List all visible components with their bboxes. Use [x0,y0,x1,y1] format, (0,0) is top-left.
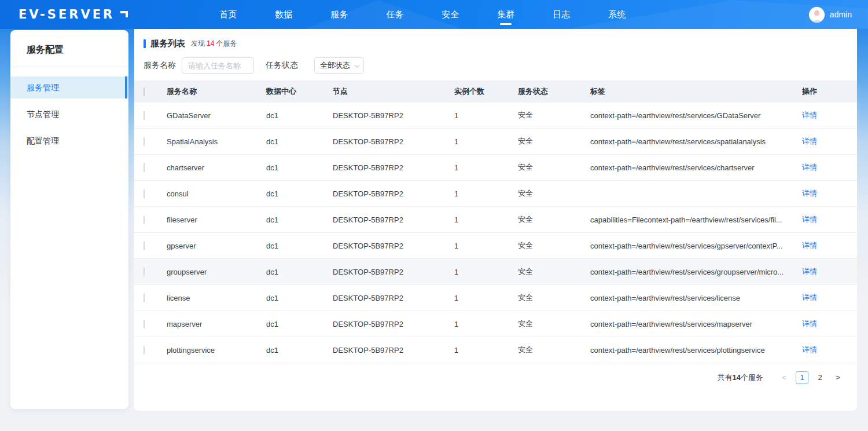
table-row: chartserver dc1 DESKTOP-5B97RP2 1 安全 con… [134,155,857,181]
detail-link[interactable]: 详情 [802,137,817,145]
detail-link[interactable]: 详情 [802,345,817,354]
detail-link[interactable]: 详情 [802,189,817,198]
cell-status: 安全 [518,266,590,277]
cell-status: 安全 [518,188,590,199]
detail-link[interactable]: 详情 [802,293,817,302]
service-name-input[interactable] [182,57,254,74]
username-label: admin [830,10,852,19]
table-row: fileserver dc1 DESKTOP-5B97RP2 1 安全 capa… [134,207,857,233]
table-row: license dc1 DESKTOP-5B97RP2 1 安全 context… [134,285,857,311]
pagination-page-1[interactable]: 1 [796,371,808,384]
detail-link[interactable]: 详情 [802,241,817,250]
pagination: 共有14个服务 < 1 2 > [134,363,857,384]
cell-instances: 1 [454,346,518,355]
nav-item-system[interactable]: 系统 [589,0,645,29]
cell-tag: context-path=/earthview/rest/services/gr… [590,268,802,276]
cell-service-name: license [167,294,266,302]
cell-service-name: plottingservice [167,346,266,355]
user-menu[interactable]: admin [809,0,852,29]
cell-status: 安全 [518,240,590,251]
detail-link[interactable]: 详情 [802,267,817,276]
row-checkbox[interactable] [144,163,145,172]
cell-datacenter: dc1 [266,163,333,172]
row-checkbox[interactable] [144,294,145,302]
cell-service-name: chartserver [167,163,266,172]
cell-datacenter: dc1 [266,242,333,250]
row-checkbox[interactable] [144,242,145,250]
cell-instances: 1 [454,242,518,250]
row-checkbox[interactable] [144,111,145,120]
table-header-row: 服务名称 数据中心 节点 实例个数 服务状态 标签 操作 [134,81,857,103]
cell-tag: context-path=/earthview/rest/services/GD… [590,111,802,120]
nav-item-home[interactable]: 首页 [200,0,256,29]
cell-instances: 1 [454,111,518,120]
row-checkbox[interactable] [144,320,145,328]
sidebar-item-config-mgmt[interactable]: 配置管理 [10,130,128,152]
nav-item-security[interactable]: 安全 [422,0,478,29]
cell-node: DESKTOP-5B97RP2 [333,242,454,250]
cell-node: DESKTOP-5B97RP2 [333,163,454,172]
service-table: 服务名称 数据中心 节点 实例个数 服务状态 标签 操作 GDataServer… [134,81,857,363]
chevron-down-icon [354,62,360,68]
cell-datacenter: dc1 [266,346,333,355]
status-select[interactable]: 全部状态 [314,57,364,74]
nav-item-log[interactable]: 日志 [534,0,589,29]
col-header-datacenter: 数据中心 [266,86,333,97]
user-avatar [809,7,825,23]
cell-node: DESKTOP-5B97RP2 [333,268,454,276]
table-row: GDataServer dc1 DESKTOP-5B97RP2 1 安全 con… [134,103,857,129]
row-checkbox[interactable] [144,137,145,146]
cell-node: DESKTOP-5B97RP2 [333,216,454,224]
cell-tag: context-path=/earthview/rest/services/sp… [590,137,802,146]
detail-link[interactable]: 详情 [802,111,817,119]
pagination-prev-button[interactable]: < [778,371,790,384]
cell-datacenter: dc1 [266,294,333,302]
detail-link[interactable]: 详情 [802,163,817,171]
active-nav-underline [500,23,512,25]
pagination-next-button[interactable]: > [832,371,844,384]
sidebar-item-node-mgmt[interactable]: 节点管理 [10,103,128,125]
sidebar-title: 服务配置 [10,30,128,67]
main-nav: 首页 数据 服务 任务 安全 集群 日志 系统 [200,0,645,29]
table-row: consul dc1 DESKTOP-5B97RP2 1 安全 详情 [134,181,857,207]
cell-tag: context-path=/earthview/rest/services/gp… [590,242,802,250]
row-checkbox[interactable] [144,216,145,224]
top-navbar: EV-SERVER 首页 数据 服务 任务 安全 集群 日志 系统 admin [0,0,868,29]
cell-tag: capabilities=Filecontext-path=/earthview… [590,216,802,224]
cell-instances: 1 [454,163,518,172]
cell-datacenter: dc1 [266,111,333,120]
cell-status: 安全 [518,345,590,355]
detail-link[interactable]: 详情 [802,215,817,224]
nav-item-service[interactable]: 服务 [311,0,367,29]
nav-item-task[interactable]: 任务 [367,0,422,29]
cell-status: 安全 [518,110,590,120]
cell-status: 安全 [518,293,590,303]
cell-node: DESKTOP-5B97RP2 [333,294,454,302]
table-row: mapserver dc1 DESKTOP-5B97RP2 1 安全 conte… [134,311,857,337]
col-header-tag: 标签 [590,86,802,97]
cell-status: 安全 [518,162,590,173]
panel-header: 服务列表 发现14个服务 [134,29,857,49]
select-all-checkbox[interactable] [144,87,145,96]
sidebar-menu: 服务管理 节点管理 配置管理 [10,67,128,152]
service-count-value: 14 [207,39,214,48]
nav-item-data[interactable]: 数据 [256,0,311,29]
cell-datacenter: dc1 [266,268,333,276]
sidebar-item-service-mgmt[interactable]: 服务管理 [10,76,128,98]
detail-link[interactable]: 详情 [802,319,817,328]
cell-service-name: groupserver [167,268,266,276]
table-row: plottingservice dc1 DESKTOP-5B97RP2 1 安全… [134,337,857,363]
cell-status: 安全 [518,136,590,147]
row-checkbox[interactable] [144,346,145,355]
pagination-total: 共有14个服务 [718,372,763,383]
logo-bracket-icon [120,11,128,17]
nav-item-cluster[interactable]: 集群 [478,0,534,29]
pagination-total-count: 14 [733,373,741,382]
pagination-page-2[interactable]: 2 [814,371,826,384]
service-name-label: 服务名称 [144,60,176,71]
row-checkbox[interactable] [144,268,145,276]
row-checkbox[interactable] [144,189,145,198]
cell-node: DESKTOP-5B97RP2 [333,137,454,146]
cell-instances: 1 [454,320,518,328]
task-status-label: 任务状态 [266,60,298,71]
